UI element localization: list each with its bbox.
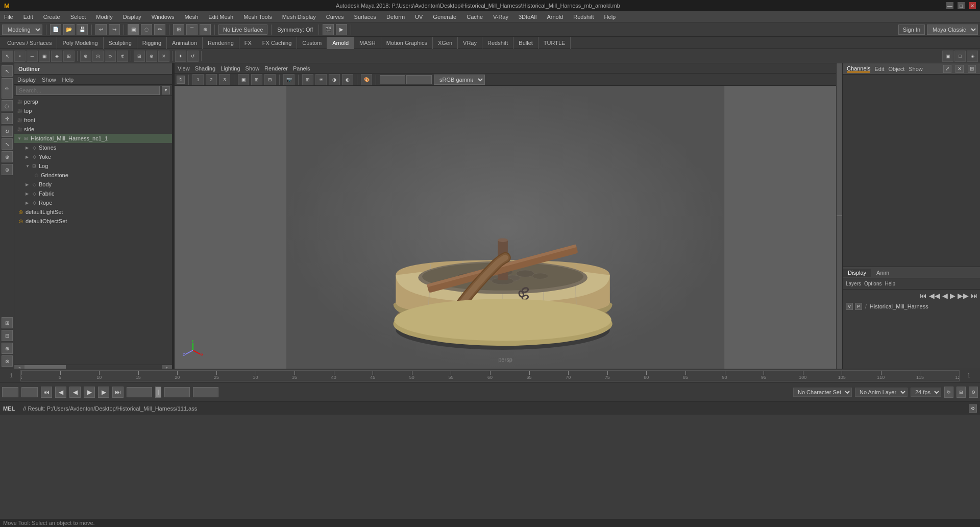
vp-ao-toggle[interactable]: ◐ — [342, 74, 353, 85]
tree-item-body[interactable]: ▶ ◇ Body — [14, 180, 172, 189]
sign-in-button[interactable]: Sign In — [898, 25, 925, 35]
menu-item-mesh-tools[interactable]: Mesh Tools — [241, 13, 274, 21]
vp-grid-toggle[interactable]: ⊞ — [302, 74, 313, 85]
step-forward-frame-button[interactable]: ▶ — [98, 387, 109, 398]
tab-vray[interactable]: VRay — [458, 37, 482, 49]
outliner-menu-help[interactable]: Help — [62, 77, 74, 83]
playback-opt-1[interactable]: ↻ — [944, 387, 953, 398]
soft-sel-tool[interactable]: ⊜ — [2, 164, 13, 175]
layer-tool-4[interactable]: ⊗ — [2, 355, 13, 367]
tab-animation[interactable]: Animation — [167, 37, 203, 49]
workspace-dropdown[interactable]: Maya Classic — [927, 25, 978, 35]
vp-menu-view[interactable]: View — [178, 65, 190, 71]
play-end-button[interactable]: ⏭ — [112, 387, 124, 398]
tree-item-yoke[interactable]: ▶ ◇ Yoke — [14, 152, 172, 161]
range-start-marker[interactable]: | — [155, 387, 161, 398]
tab-curves-/-surfaces[interactable]: Curves / Surfaces — [2, 37, 57, 49]
layer-nav-prev[interactable]: ◀ — [942, 292, 948, 300]
menu-item-arnold[interactable]: Arnold — [545, 13, 565, 21]
tab-custom[interactable]: Custom — [297, 37, 327, 49]
range-end-input[interactable]: 200 — [193, 387, 218, 397]
universal-tool[interactable]: ⊛ — [2, 151, 13, 162]
tab-fx-caching[interactable]: FX Caching — [257, 37, 297, 49]
tab-poly-modeling[interactable]: Poly Modeling — [57, 37, 103, 49]
playback-opt-2[interactable]: ⊞ — [957, 387, 966, 398]
layer-visibility-button[interactable]: V — [846, 303, 853, 310]
menu-item-3dtoall[interactable]: 3DtoAll — [517, 13, 538, 21]
tab-xgen[interactable]: XGen — [433, 37, 458, 49]
tab-bullet[interactable]: Bullet — [513, 37, 538, 49]
select-arrow-tool[interactable]: ↖ — [2, 65, 13, 77]
move-tool[interactable]: ✛ — [2, 113, 13, 124]
bottom-shelf-3[interactable]: ◈ — [967, 51, 978, 62]
close-button[interactable]: ✕ — [969, 2, 976, 9]
character-set-dropdown[interactable]: No Character Set — [793, 388, 852, 397]
outliner-menu-display[interactable]: Display — [17, 77, 36, 83]
bottom-shelf-1[interactable]: ▣ — [942, 51, 953, 62]
menu-item-mesh-display[interactable]: Mesh Display — [280, 13, 318, 21]
tree-item-rope[interactable]: ▶ ◇ Rope — [14, 198, 172, 207]
menu-item-create[interactable]: Create — [41, 13, 62, 21]
lasso-tool[interactable]: ◌ — [2, 100, 13, 111]
open-file-button[interactable]: 📂 — [63, 24, 75, 35]
pivot-button[interactable]: ⊕ — [80, 51, 91, 62]
lasso2-button[interactable]: ✕ — [158, 51, 169, 62]
step-back-button[interactable]: ◀ — [55, 387, 66, 398]
options-menu-item[interactable]: Options — [864, 281, 881, 286]
outliner-search-input[interactable] — [16, 86, 160, 95]
vp-quality-1[interactable]: 1 — [192, 74, 204, 85]
tree-item-top[interactable]: 🎥 top — [14, 106, 172, 115]
menu-item-generate[interactable]: Generate — [431, 13, 458, 21]
ipr-button[interactable]: ▶ — [336, 24, 347, 35]
tab-fx[interactable]: FX — [239, 37, 257, 49]
tab-object[interactable]: Object — [888, 66, 904, 72]
snap-point-button[interactable]: ⊕ — [200, 24, 211, 35]
right-panel-expand[interactable]: │ — [836, 63, 842, 369]
modeling-dropdown[interactable]: Modeling — [2, 25, 42, 35]
layer-playback-button[interactable]: P — [855, 303, 862, 310]
tree-item-fabric[interactable]: ▶ ◇ Fabric — [14, 189, 172, 198]
tree-item-persp[interactable]: 🎥 persp — [14, 97, 172, 106]
vp-quality-2[interactable]: 2 — [206, 74, 217, 85]
rotate-button[interactable]: ↺ — [187, 51, 199, 62]
layer-nav-prev-prev[interactable]: ◀◀ — [929, 292, 940, 300]
tab-edit[interactable]: Edit — [874, 66, 884, 72]
tree-item-grindstone[interactable]: ◇ Grindstone — [14, 171, 172, 180]
render-button[interactable]: 🎬 — [323, 24, 334, 35]
snap-curve-button[interactable]: ⌒ — [186, 24, 198, 35]
snap-grid-button[interactable]: ⊞ — [173, 24, 184, 35]
tree-item-mill-group[interactable]: ▼ ⊞ Historical_Mill_Harness_nc1_1 — [14, 134, 172, 143]
layer-nav-start[interactable]: ⏮ — [920, 292, 927, 300]
tab-arnold[interactable]: Arnold — [327, 37, 354, 49]
select-tool-button[interactable]: ▣ — [128, 24, 139, 35]
bottom-shelf-2[interactable]: □ — [954, 51, 966, 62]
minimize-button[interactable]: — — [946, 2, 953, 9]
redo-button[interactable]: ↪ — [109, 24, 120, 35]
vp-layout-single[interactable]: ▣ — [238, 74, 249, 85]
channel-dock-button[interactable]: ⊞ — [968, 65, 976, 73]
tab-mash[interactable]: MASH — [354, 37, 381, 49]
range-end-key-input[interactable]: 120 — [164, 387, 190, 397]
timeline-ruler[interactable]: 1510152025303540455055606570758085909510… — [20, 370, 960, 381]
menu-item-help[interactable]: Help — [602, 13, 618, 21]
viewport-canvas[interactable]: persp X Y Z — [175, 86, 836, 369]
new-file-button[interactable]: 📄 — [50, 24, 61, 35]
outliner-filter-button[interactable]: ▼ — [162, 86, 170, 94]
vp-texture-toggle[interactable]: 🎨 — [361, 74, 372, 85]
vertex-mode-button[interactable]: • — [14, 51, 26, 62]
playback-opt-3[interactable]: ⚙ — [969, 387, 978, 398]
help-menu-item[interactable]: Help — [885, 281, 895, 286]
layer-nav-next-next[interactable]: ▶▶ — [958, 292, 969, 300]
window-controls[interactable]: — □ ✕ — [946, 2, 976, 9]
outliner-menu-show[interactable]: Show — [42, 77, 56, 83]
anim-tab[interactable]: Anim — [871, 269, 894, 277]
tree-item-defaultlightset[interactable]: ◎ defaultLightSet — [14, 207, 172, 217]
tab-channels[interactable]: Channels — [847, 65, 870, 73]
menu-item-edit[interactable]: Edit — [21, 13, 35, 21]
range-start-key-input[interactable]: 120 — [127, 387, 152, 397]
menu-item-edit-mesh[interactable]: Edit Mesh — [206, 13, 235, 21]
tree-item-front[interactable]: 🎥 front — [14, 115, 172, 125]
layers-menu-item[interactable]: Layers — [846, 281, 861, 286]
menu-item-curves[interactable]: Curves — [324, 13, 346, 21]
tab-turtle[interactable]: TURTLE — [538, 37, 571, 49]
